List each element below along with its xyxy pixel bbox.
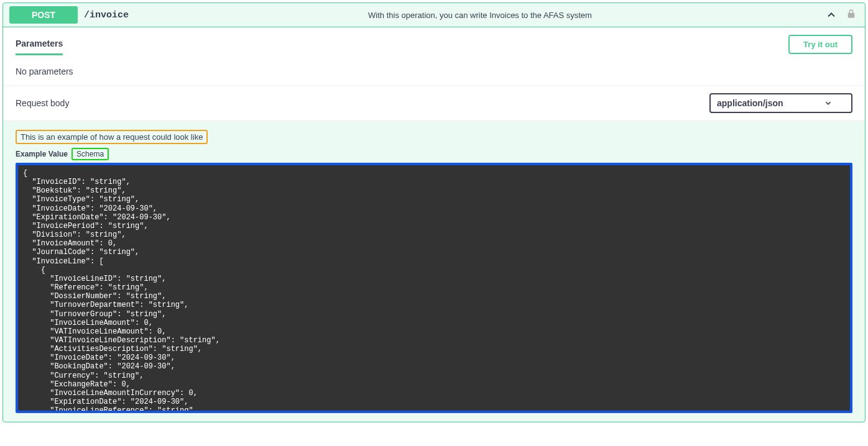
tab-schema[interactable]: Schema: [72, 148, 109, 160]
path-text: /invoice: [78, 10, 135, 20]
content-type-value: application/json: [717, 98, 783, 108]
operation-block: POST /invoice With this operation, you c…: [2, 2, 866, 422]
operation-summary[interactable]: POST /invoice With this operation, you c…: [3, 3, 865, 27]
request-body-section: This is an example of how a request coul…: [3, 121, 865, 422]
request-hint-text: This is an example of how a request coul…: [16, 130, 208, 144]
request-body-header: Request body application/json: [3, 86, 865, 121]
no-parameters-text: No parameters: [3, 55, 865, 86]
lock-icon[interactable]: [846, 9, 856, 21]
chevron-down-icon: [824, 99, 833, 107]
operation-description: With this operation, you can write Invoi…: [135, 11, 825, 20]
tab-parameters[interactable]: Parameters: [16, 34, 63, 55]
tab-example-value[interactable]: Example Value: [16, 150, 68, 158]
try-it-out-button[interactable]: Try it out: [788, 35, 852, 54]
example-code-wrapper: { "InvoiceID": "string", "Boekstuk": "st…: [16, 163, 852, 413]
request-body-label: Request body: [16, 98, 69, 108]
example-json-code[interactable]: { "InvoiceID": "string", "Boekstuk": "st…: [18, 165, 850, 411]
chevron-up-icon[interactable]: [825, 9, 838, 21]
http-method-badge: POST: [9, 6, 78, 24]
content-type-select[interactable]: application/json: [709, 93, 852, 113]
parameters-header: Parameters Try it out: [3, 27, 865, 55]
